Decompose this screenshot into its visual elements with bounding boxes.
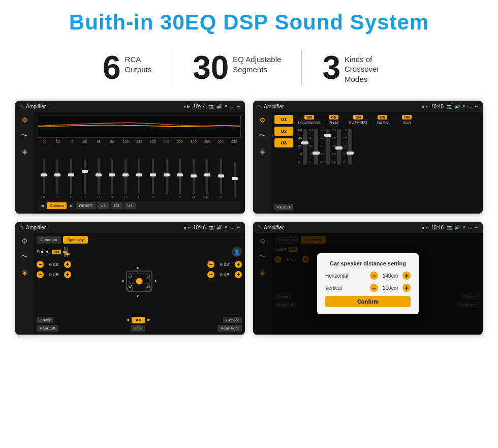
all-btn[interactable]: All xyxy=(132,317,145,323)
db-plus-4[interactable]: + xyxy=(235,271,242,278)
tab-specialty[interactable]: Specialty xyxy=(63,236,87,244)
dialog-app-name: Amplifier xyxy=(264,225,419,230)
sidebar-wave-icon[interactable]: 〜 xyxy=(21,131,28,140)
sub-on[interactable]: ON xyxy=(402,115,412,120)
channel-phat: ON PHAT xyxy=(323,115,345,126)
confirm-button[interactable]: Confirm xyxy=(325,296,411,307)
rearright-btn[interactable]: RearRight xyxy=(217,325,242,332)
dialog-volume-icon: 🔊 xyxy=(454,225,460,230)
db-minus-2[interactable]: − xyxy=(37,271,44,278)
copilot-btn[interactable]: Copilot xyxy=(223,317,242,323)
db-value-4: 0 dB xyxy=(216,272,233,277)
amp-close-icon[interactable]: ✕ xyxy=(462,104,466,109)
close-icon[interactable]: ✕ xyxy=(224,104,228,109)
dialog-vertical-control: − 110cm + xyxy=(370,284,411,292)
preset-u2-btn[interactable]: U2 xyxy=(274,127,293,136)
dialog-vertical-plus[interactable]: + xyxy=(402,284,411,292)
fader-tabs: Common Specialty xyxy=(37,236,242,244)
stat-eq-number: 30 xyxy=(193,51,229,84)
db-plus-2[interactable]: + xyxy=(64,271,71,278)
eq-custom-btn[interactable]: Custom xyxy=(47,202,67,209)
amp-camera-icon: 📷 xyxy=(447,104,452,109)
channel-loudness: ON LOUDNESS xyxy=(298,115,321,126)
dialog-vertical-minus[interactable]: − xyxy=(370,284,378,292)
fader-on-badge[interactable]: ON xyxy=(52,250,61,254)
eq-u3-btn[interactable]: U3 xyxy=(124,202,136,209)
stat-eq: 30 EQ Adjustable Segments xyxy=(172,51,301,84)
loudness-slider-group: 644832160 xyxy=(298,128,307,211)
fader-app-name: Amplifier xyxy=(26,225,181,230)
dialog-home-icon[interactable]: ⌂ xyxy=(257,224,261,231)
eq-slider-3: 5 xyxy=(78,158,91,199)
loudness-on[interactable]: ON xyxy=(304,115,314,120)
sub-slider-group: 20151050 xyxy=(343,128,352,211)
dialog-vertical-row: Vertical − 110cm + xyxy=(325,284,411,292)
dialog-time: 10:46 xyxy=(431,225,444,230)
db-plus-3[interactable]: + xyxy=(235,261,242,268)
preset-u1-btn[interactable]: U1 xyxy=(274,115,293,124)
prev-arrow-icon[interactable]: ◄ xyxy=(40,203,45,208)
channel-sub: ON SUB xyxy=(396,115,418,126)
fader-main: Common Specialty Fader ON xyxy=(34,233,245,335)
screen-amp: ⌂ Amplifier ■ ● 10:45 📷 🔊 ✕ ▭ ↩ ⚙ 〜 xyxy=(253,101,483,214)
fader-sidebar-wave-icon[interactable]: 〜 xyxy=(21,252,28,261)
db-minus-1[interactable]: − xyxy=(37,261,44,268)
amp-reset-btn[interactable]: RESET xyxy=(274,204,293,211)
eq-slider-7: 0 xyxy=(133,158,146,199)
db-value-3: 0 dB xyxy=(216,262,233,267)
dialog-horizontal-minus[interactable]: − xyxy=(370,272,378,280)
amp-dot-icon: ■ ● xyxy=(422,104,428,109)
tab-common[interactable]: Common xyxy=(37,236,61,244)
eq-slider-12: 0 xyxy=(201,158,214,199)
fader-close-icon[interactable]: ✕ xyxy=(224,225,228,230)
arrow-btns: ◄ All ► xyxy=(125,317,151,323)
amp-back-icon[interactable]: ↩ xyxy=(475,104,479,109)
screen-eq: ⌂ Amplifier ● ▶ 10:44 📷 🔊 ✕ ▭ ↩ ⚙ 〜 xyxy=(15,101,245,214)
fader-home-icon[interactable]: ⌂ xyxy=(19,224,23,231)
amp-sidebar-wave-icon[interactable]: 〜 xyxy=(259,131,266,140)
eq-status-icons: 📷 🔊 ✕ ▭ ↩ xyxy=(209,104,241,109)
amp-channels: ON LOUDNESS ON PHAT ON CUT FREQ xyxy=(298,115,480,211)
amp-app-name: Amplifier xyxy=(264,104,419,109)
amp-sidebar-eq-icon[interactable]: ⚙ xyxy=(259,116,266,124)
fader-sidebar-eq-icon[interactable]: ⚙ xyxy=(21,237,28,245)
rearleft-btn[interactable]: RearLeft xyxy=(37,325,58,332)
amp-sidebar-speaker-icon[interactable]: ◈ xyxy=(260,147,265,156)
cutfreq-slider-group: 3.02.1F1.30.5 xyxy=(320,128,329,211)
dialog-horizontal-plus[interactable]: + xyxy=(402,272,411,280)
fader-window-icon: ▭ xyxy=(230,225,235,230)
fader-sidebar-speaker-icon[interactable]: ◈ xyxy=(22,268,27,277)
profile-icon: 👤 xyxy=(232,247,242,257)
page-wrapper: Buith-in 30EQ DSP Sound System 6 RCA Out… xyxy=(0,0,498,345)
driver-btn[interactable]: Driver xyxy=(37,317,53,323)
db-control-3: − 0 dB + xyxy=(207,261,242,268)
dialog-close-icon[interactable]: ✕ xyxy=(462,225,466,230)
back-icon[interactable]: ↩ xyxy=(237,104,241,109)
eq-app-name: Amplifier xyxy=(26,104,180,109)
fader-body: − 0 dB + − 0 dB + xyxy=(37,261,242,315)
db-minus-4[interactable]: − xyxy=(207,271,214,278)
amp-home-icon[interactable]: ⌂ xyxy=(257,103,261,110)
eq-slider-6: 0 xyxy=(119,158,132,199)
home-icon[interactable]: ⌂ xyxy=(19,103,23,110)
sidebar-eq-icon[interactable]: ⚙ xyxy=(21,116,28,124)
user-btn[interactable]: User xyxy=(131,325,145,332)
db-minus-3[interactable]: − xyxy=(207,261,214,268)
screen-fader: ⌂ Amplifier ■ ● 10:46 📷 🔊 ✕ ▭ ↩ ⚙ 〜 xyxy=(15,222,245,335)
fader-back-icon[interactable]: ↩ xyxy=(237,225,241,230)
db-plus-1[interactable]: + xyxy=(64,261,71,268)
right-arrow-icon[interactable]: ► xyxy=(146,317,151,323)
preset-u3-btn[interactable]: U3 xyxy=(274,138,293,147)
bass-on[interactable]: ON xyxy=(378,115,387,120)
amp-main-area: U1 U2 U3 RESET ON LOUDNESS xyxy=(271,112,483,214)
eq-slider-5: 0 xyxy=(106,158,118,199)
dialog-back-icon[interactable]: ↩ xyxy=(475,225,479,230)
eq-u2-btn[interactable]: U2 xyxy=(111,202,122,209)
eq-u1-btn[interactable]: U1 xyxy=(98,202,109,209)
eq-reset-btn[interactable]: RESET xyxy=(76,202,96,209)
cutfreq-on[interactable]: ON xyxy=(353,115,363,120)
sidebar-speaker-icon[interactable]: ◈ xyxy=(22,147,27,156)
phat-on[interactable]: ON xyxy=(329,115,338,120)
next-arrow-icon[interactable]: ► xyxy=(69,203,74,208)
left-arrow-icon[interactable]: ◄ xyxy=(125,317,130,323)
